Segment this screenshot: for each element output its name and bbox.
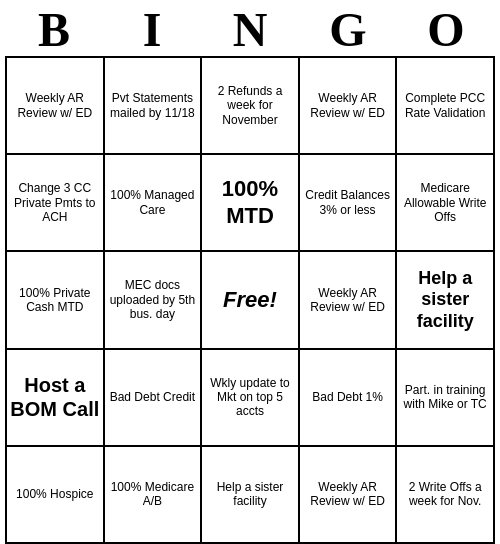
letter-o: O: [401, 6, 491, 54]
cell-23[interactable]: Weekly AR Review w/ ED: [300, 447, 398, 544]
cell-9[interactable]: Medicare Allowable Write Offs: [397, 155, 495, 252]
cell-21[interactable]: 100% Medicare A/B: [105, 447, 203, 544]
cell-4[interactable]: Complete PCC Rate Validation: [397, 58, 495, 155]
cell-6[interactable]: 100% Managed Care: [105, 155, 203, 252]
cell-17[interactable]: Wkly update to Mkt on top 5 accts: [202, 350, 300, 447]
cell-16[interactable]: Bad Debt Credit: [105, 350, 203, 447]
bingo-grid: Weekly AR Review w/ EDPvt Statements mai…: [5, 56, 495, 544]
cell-3[interactable]: Weekly AR Review w/ ED: [300, 58, 398, 155]
cell-13[interactable]: Weekly AR Review w/ ED: [300, 252, 398, 349]
cell-11[interactable]: MEC docs uploaded by 5th bus. day: [105, 252, 203, 349]
cell-0[interactable]: Weekly AR Review w/ ED: [7, 58, 105, 155]
cell-2[interactable]: 2 Refunds a week for November: [202, 58, 300, 155]
letter-i: I: [107, 6, 197, 54]
letter-b: B: [9, 6, 99, 54]
cell-1[interactable]: Pvt Statements mailed by 11/18: [105, 58, 203, 155]
bingo-card: B I N G O Weekly AR Review w/ EDPvt Stat…: [5, 6, 495, 544]
cell-7[interactable]: 100% MTD: [202, 155, 300, 252]
cell-18[interactable]: Bad Debt 1%: [300, 350, 398, 447]
cell-22[interactable]: Help a sister facility: [202, 447, 300, 544]
bingo-title: B I N G O: [5, 6, 495, 54]
cell-8[interactable]: Credit Balances 3% or less: [300, 155, 398, 252]
cell-24[interactable]: 2 Write Offs a week for Nov.: [397, 447, 495, 544]
cell-19[interactable]: Part. in training with Mike or TC: [397, 350, 495, 447]
cell-10[interactable]: 100% Private Cash MTD: [7, 252, 105, 349]
cell-15[interactable]: Host a BOM Call: [7, 350, 105, 447]
cell-14[interactable]: Help a sister facility: [397, 252, 495, 349]
cell-12[interactable]: Free!: [202, 252, 300, 349]
letter-n: N: [205, 6, 295, 54]
letter-g: G: [303, 6, 393, 54]
cell-5[interactable]: Change 3 CC Private Pmts to ACH: [7, 155, 105, 252]
cell-20[interactable]: 100% Hospice: [7, 447, 105, 544]
